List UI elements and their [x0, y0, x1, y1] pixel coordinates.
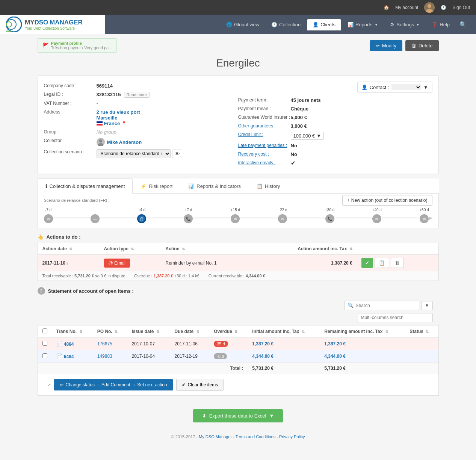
sort-issue-date[interactable]: ⇅ — [156, 330, 159, 334]
actions-header-row: Action date ⇅ Action type ⇅ Action ⇅ A — [38, 243, 438, 255]
read-more-button[interactable]: Read more — [124, 92, 150, 98]
col-action-type: Action type ⇅ — [100, 243, 161, 255]
recovery-cost-label[interactable]: Recovery cost : — [238, 151, 291, 157]
footer-link-terms[interactable]: Terms and Conditions — [236, 434, 275, 439]
clear-items-button[interactable]: ✔ Clear the items — [176, 379, 224, 391]
sort-action-amount[interactable]: ⇅ — [349, 247, 352, 251]
france-flag — [97, 121, 103, 126]
address-street: 2 rue du vieux port — [97, 109, 140, 115]
multi-search-input[interactable] — [358, 313, 433, 322]
user-avatar[interactable] — [424, 2, 435, 13]
row2-issue-date-cell: 2017-10-04 — [127, 350, 170, 363]
email-type-button[interactable]: @ Email — [104, 259, 130, 268]
open-items-table-body: 📄 4894 176675 2017-10-07 2017-11-06 35 d… — [38, 338, 438, 374]
search-nav-icon[interactable]: 🔍 — [456, 18, 470, 31]
nav-collection[interactable]: 🕐 Collection — [266, 19, 306, 30]
other-guarantees-row: Other guarantees : 3,000 € — [238, 122, 432, 130]
sort-po[interactable]: ⇅ — [115, 330, 118, 334]
payment-profile-value: Très bon payeur / Very good pa... — [51, 45, 112, 50]
collector-label: Collector — [44, 138, 97, 143]
timeline-line-7 — [334, 218, 372, 218]
search-bar: 🔍 ▼ — [38, 298, 439, 313]
delete-action-button[interactable]: 🗑 — [391, 258, 404, 268]
approve-action-button[interactable]: ✔ — [361, 258, 373, 268]
sort-initial-amount[interactable]: ⇅ — [302, 330, 305, 334]
tab-collection[interactable]: ℹ Collection & disputes management — [38, 179, 133, 194]
delete-button[interactable]: 🗑 Delete — [405, 40, 439, 51]
sort-action[interactable]: ⇅ — [182, 247, 185, 251]
nav-reports[interactable]: 📊 Reports ▼ — [342, 19, 383, 30]
tab-reports[interactable]: 📊 Reports & Indicators — [180, 179, 249, 194]
sort-overdue[interactable]: ⇅ — [234, 330, 237, 334]
sort-remaining-amount[interactable]: ⇅ — [385, 330, 388, 334]
info-icon: ℹ — [66, 261, 68, 265]
timeline-point-6: +22 d ✉ — [278, 208, 287, 223]
nav-settings[interactable]: ⚙ Settings ▼ — [385, 19, 425, 30]
page-action-buttons: ✏ Modify 🗑 Delete — [370, 40, 439, 51]
row1-trans-link[interactable]: 4894 — [64, 342, 74, 347]
address-city: Marseille — [97, 115, 140, 121]
scenario-select[interactable]: Scénario de relance standard i — [97, 149, 171, 158]
recovery-cost-row: Recovery cost : No — [238, 150, 432, 159]
interactive-emails-label[interactable]: Interactive emails : — [238, 160, 291, 165]
search-dropdown-button[interactable]: ▼ — [422, 301, 433, 310]
actions-table-head: Action date ⇅ Action type ⇅ Action ⇅ A — [38, 243, 438, 255]
address-label: Address : — [44, 109, 97, 115]
row2-checkbox[interactable] — [42, 353, 47, 358]
pdf-icon-1[interactable]: 📄 — [56, 341, 63, 347]
legal-id-value: 328132115 — [97, 92, 121, 97]
credit-limit-label[interactable]: Credit Limit : — [238, 132, 291, 137]
tab-history[interactable]: 📋 History — [249, 179, 288, 194]
actions-title: Actions to do : — [47, 234, 81, 240]
payment-term-value: 45 jours nets — [291, 97, 321, 103]
open-items-table: Trans No. ⇅ PO No. ⇅ Issue date ⇅ Due — [38, 325, 438, 374]
sort-action-type[interactable]: ⇅ — [131, 247, 134, 251]
late-payment-label[interactable]: Late payment penalties : — [238, 143, 291, 148]
row1-checkbox[interactable] — [42, 341, 47, 346]
my-account-link[interactable]: My account — [395, 5, 418, 10]
other-guarantees-label[interactable]: Other guarantees : — [238, 123, 291, 129]
contact-select[interactable] — [391, 84, 421, 90]
credit-limit-dropdown-icon[interactable]: ▼ — [316, 133, 321, 139]
footer-link-privacy[interactable]: Privacy Policy — [279, 434, 305, 439]
action-type-cell: @ Email — [100, 255, 161, 271]
recovery-cost-value: No — [291, 151, 297, 157]
tab-risk[interactable]: ⚡ Risk report — [133, 179, 180, 194]
totals-empty — [38, 363, 210, 374]
sort-due-date[interactable]: ⇅ — [196, 330, 199, 334]
credit-limit-row: Credit Limit : 100,000 € ▼ — [238, 130, 432, 141]
new-action-button[interactable]: + New action (out of collection scenario… — [342, 195, 432, 206]
nav-global-view[interactable]: 🌐 Global view — [221, 19, 264, 30]
vat-label: VAT Number : — [44, 101, 97, 106]
modify-button[interactable]: ✏ Modify — [370, 40, 402, 51]
totals-label: Total : — [209, 363, 248, 374]
sign-out-link[interactable]: Sign Out — [452, 5, 470, 10]
edit-action-button[interactable]: 📋 — [375, 258, 389, 268]
select-all-checkbox[interactable] — [42, 328, 47, 333]
edit-icon: ✏ — [60, 382, 63, 387]
footer-link-mydso[interactable]: My DSO Manager — [199, 434, 232, 439]
nav-help[interactable]: ❓ Help — [426, 19, 455, 30]
pdf-icon-2[interactable]: 📄 — [56, 353, 63, 359]
col-po: PO No. ⇅ — [93, 325, 127, 338]
search-input[interactable] — [356, 303, 416, 308]
export-excel-button[interactable]: ⬇ Export these data to Excel ▼ — [193, 409, 283, 422]
pencil-icon: ✏ — [376, 43, 380, 48]
col-action-date: Action date ⇅ — [38, 243, 100, 255]
row2-trans-link[interactable]: 6484 — [64, 354, 74, 359]
timeline-point-2: — — [91, 208, 100, 223]
flag-icon: 🚩 — [42, 42, 49, 48]
guarantee-row: Guarantee World Insurer : 5,000 € — [238, 113, 432, 122]
sort-trans[interactable]: ⇅ — [79, 330, 82, 334]
top-bar: 🏠 My account 🕐 Sign Out — [0, 0, 476, 15]
nav-clients[interactable]: 👤 Clients — [307, 19, 341, 30]
svg-point-5 — [6, 22, 12, 27]
sort-action-date[interactable]: ⇅ — [69, 247, 72, 251]
globe-icon: 🌐 — [226, 22, 232, 27]
sort-status[interactable]: ⇅ — [426, 330, 429, 334]
eye-button[interactable]: 👁 — [172, 150, 182, 158]
top-bar-links: 🏠 My account 🕐 Sign Out — [384, 2, 470, 13]
reports-icon: 📊 — [348, 22, 354, 27]
change-status-button[interactable]: ✏ Change status → Add Comment → Set next… — [54, 379, 173, 390]
other-guarantees-value: 3,000 € — [291, 123, 307, 129]
